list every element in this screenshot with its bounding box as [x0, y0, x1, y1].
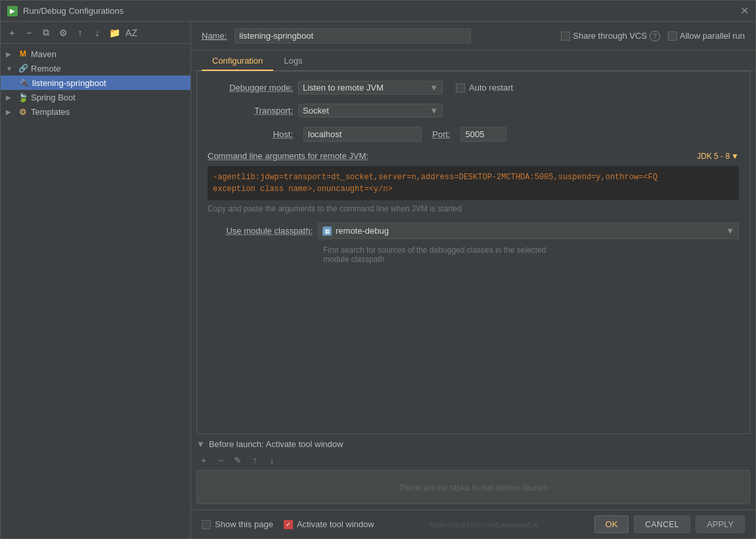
- templates-icon: ⚙: [18, 106, 28, 117]
- add-config-button[interactable]: +: [5, 26, 19, 40]
- host-label: Host:: [208, 129, 293, 139]
- share-vcs-checkbox[interactable]: [561, 32, 570, 41]
- activate-tool-label: Activate tool window: [297, 519, 374, 529]
- remote-icon: 🔗: [18, 63, 28, 74]
- auto-restart-label: Auto restart: [469, 83, 513, 93]
- templates-label: Templates: [31, 107, 70, 117]
- auto-restart-group: Auto restart: [456, 83, 513, 93]
- close-button[interactable]: ✕: [740, 6, 749, 16]
- before-launch-add-button[interactable]: +: [196, 453, 211, 467]
- name-row: Name: Share through VCS ? Allow parallel…: [191, 22, 755, 51]
- springboot-icon: 🍃: [18, 92, 28, 102]
- debugger-mode-row: Debugger mode: Listen to remote JVM ▼ Au…: [208, 81, 739, 95]
- right-panel: Name: Share through VCS ? Allow parallel…: [191, 22, 755, 538]
- host-input[interactable]: [303, 127, 422, 142]
- sort-button[interactable]: AZ: [124, 26, 139, 40]
- left-panel: + − ⧉ ⚙ ↑ ↓ 📁 AZ ▶ M Maven ▼ 🔗: [1, 22, 191, 538]
- before-launch-remove-button[interactable]: −: [213, 453, 228, 467]
- title-bar-left: ▶ Run/Debug Configurations: [7, 6, 123, 16]
- tab-configuration[interactable]: Configuration: [202, 51, 273, 71]
- tab-logs[interactable]: Logs: [273, 51, 313, 71]
- dialog-buttons: OK CANCEL APPLY: [594, 515, 745, 533]
- config-tree: ▶ M Maven ▼ 🔗 Remote 🔌 listening-springb…: [1, 44, 190, 538]
- show-page-checkbox[interactable]: [202, 520, 211, 529]
- maven-expand-arrow: ▶: [6, 51, 15, 58]
- form-area: Debugger mode: Listen to remote JVM ▼ Au…: [196, 71, 750, 434]
- name-input[interactable]: [234, 28, 471, 43]
- url-hint: https://blog.csdn.net/LawsssssCat: [430, 521, 539, 528]
- listening-icon: 🔌: [19, 77, 30, 88]
- module-arrow: ▼: [726, 226, 734, 236]
- share-vcs-label: Share through VCS: [573, 31, 647, 41]
- cmdline-label: Command line arguments for remote JVM:: [208, 151, 368, 161]
- maven-label: Maven: [31, 49, 56, 59]
- before-launch-edit-button[interactable]: ✎: [231, 453, 245, 467]
- jdk-badge[interactable]: JDK 5 - 8 ▼: [697, 152, 739, 161]
- before-launch-label: Before launch: Activate tool window: [209, 439, 344, 449]
- jdk-dropdown-arrow: ▼: [731, 152, 739, 161]
- debugger-mode-value: Listen to remote JVM: [303, 83, 384, 93]
- transport-select[interactable]: Socket ▼: [298, 104, 443, 118]
- module-row: Use module classpath: ▦ remote-debug ▼: [208, 223, 739, 239]
- ok-button[interactable]: OK: [594, 515, 629, 533]
- bottom-bar: Show this page ✓ Activate tool window ht…: [191, 509, 755, 538]
- cancel-button[interactable]: CANCEL: [634, 515, 690, 533]
- move-up-button[interactable]: ↑: [73, 26, 87, 40]
- debugger-mode-label: Debugger mode:: [208, 83, 293, 93]
- before-launch-up-button[interactable]: ↑: [248, 453, 262, 467]
- new-folder-button[interactable]: 📁: [107, 26, 122, 40]
- transport-value: Socket: [303, 106, 329, 116]
- remove-config-button[interactable]: −: [22, 26, 36, 40]
- debugger-mode-select[interactable]: Listen to remote JVM ▼: [298, 81, 443, 95]
- transport-label: Transport:: [208, 106, 293, 116]
- name-label: Name:: [202, 31, 227, 41]
- listening-label: listening-springboot: [32, 78, 106, 88]
- module-hint: First search for sources of the debugged…: [318, 243, 739, 267]
- cmdline-header: Command line arguments for remote JVM: J…: [208, 151, 739, 161]
- remote-expand-arrow: ▼: [6, 65, 15, 72]
- show-page-label: Show this page: [215, 519, 273, 529]
- debugger-mode-arrow: ▼: [430, 83, 438, 93]
- port-input[interactable]: [460, 127, 506, 142]
- share-group: Share through VCS ?: [561, 31, 660, 41]
- jdk-label: JDK 5 - 8: [697, 152, 730, 161]
- tree-item-remote[interactable]: ▼ 🔗 Remote: [1, 61, 190, 75]
- port-label: Port:: [432, 129, 450, 139]
- cmdline-hint: Copy and paste the arguments to the comm…: [208, 204, 739, 213]
- activate-tool-checkbox[interactable]: ✓: [284, 520, 293, 529]
- tasks-area: There are no tasks to run before launch: [196, 470, 750, 504]
- templates-expand-arrow: ▶: [6, 108, 15, 116]
- apply-button[interactable]: APPLY: [696, 515, 745, 533]
- maven-icon: M: [18, 49, 28, 59]
- transport-arrow: ▼: [430, 106, 438, 116]
- dialog-title: Run/Debug Configurations: [23, 6, 123, 16]
- activate-tool-group: ✓ Activate tool window: [284, 519, 374, 529]
- tree-item-templates[interactable]: ▶ ⚙ Templates: [1, 104, 190, 119]
- form-area-wrapper: Debugger mode: Listen to remote JVM ▼ Au…: [191, 71, 755, 509]
- before-launch-collapse-arrow[interactable]: ▼: [196, 439, 205, 449]
- allow-parallel-label: Allow parallel run: [680, 31, 745, 41]
- tree-item-spring-boot[interactable]: ▶ 🍃 Spring Boot: [1, 90, 190, 104]
- copy-config-button[interactable]: ⧉: [39, 26, 53, 40]
- tree-item-maven[interactable]: ▶ M Maven: [1, 47, 190, 61]
- before-launch-toolbar: + − ✎ ↑ ↓: [196, 453, 750, 467]
- before-launch-section: ▼ Before launch: Activate tool window + …: [191, 439, 755, 504]
- no-tasks-label: There are no tasks to run before launch: [399, 483, 548, 492]
- module-select[interactable]: ▦ remote-debug ▼: [318, 223, 739, 239]
- content-area: + − ⧉ ⚙ ↑ ↓ 📁 AZ ▶ M Maven ▼ 🔗: [1, 22, 755, 538]
- cmdline-code: -agentlib:jdwp=transport=dt_socket,serve…: [208, 166, 739, 200]
- module-icon: ▦: [322, 226, 332, 236]
- allow-parallel-group: Allow parallel run: [668, 31, 745, 41]
- module-value: remote-debug: [336, 226, 722, 236]
- show-page-group: Show this page: [202, 519, 273, 529]
- auto-restart-checkbox[interactable]: [456, 83, 465, 93]
- tree-item-listening-springboot[interactable]: 🔌 listening-springboot: [1, 75, 190, 90]
- move-down-button[interactable]: ↓: [90, 26, 104, 40]
- run-debug-dialog: ▶ Run/Debug Configurations ✕ + − ⧉ ⚙ ↑ ↓…: [0, 0, 756, 539]
- allow-parallel-checkbox[interactable]: [668, 32, 677, 41]
- before-launch-down-button[interactable]: ↓: [265, 453, 279, 467]
- tab-bar: Configuration Logs: [191, 51, 755, 71]
- share-help-icon[interactable]: ?: [650, 31, 660, 41]
- settings-button[interactable]: ⚙: [56, 26, 70, 40]
- springboot-expand-arrow: ▶: [6, 94, 15, 101]
